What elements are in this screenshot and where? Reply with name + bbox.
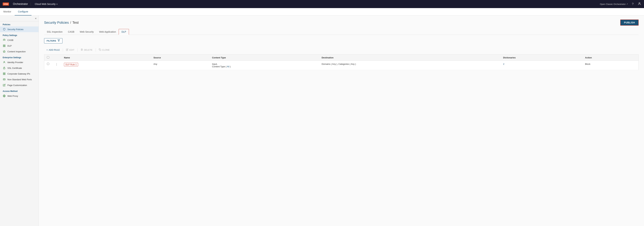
open-classic-link[interactable]: Open Classic Orchestrator ↗ (600, 3, 628, 6)
user-button[interactable] (638, 2, 641, 6)
delete-icon (81, 48, 83, 51)
content-inspection-icon (3, 50, 6, 53)
tab-web-application[interactable]: Web Application (96, 29, 119, 35)
breadcrumb-current: Test (72, 21, 78, 24)
tab-configure[interactable]: Configure (15, 8, 32, 16)
content-header: Security Policies / Test PUBLISH (44, 20, 638, 26)
edit-icon (66, 48, 68, 51)
sidebar-item-content-inspection[interactable]: Content Inspection (0, 49, 38, 54)
product-name-label: Cloud Web Security (35, 3, 56, 6)
delete-label: DELETE (84, 49, 92, 51)
sidebar-item-corporate-gateway-ips[interactable]: Corporate Gateway IPs (0, 71, 38, 76)
edit-label: EDIT (69, 49, 74, 51)
sidebar-item-web-proxy[interactable]: Web Proxy (0, 93, 38, 99)
non-standard-web-ports-icon (3, 78, 6, 81)
clone-icon (99, 48, 101, 51)
toolbar-separator-1 (63, 48, 63, 52)
product-name-button[interactable]: Cloud Web Security ▾ (35, 3, 58, 6)
row-destination-cell: Domains ( Any ), Categories ( Any ) (319, 61, 500, 70)
add-rule-button[interactable]: + ADD RULE (44, 48, 62, 52)
sidebar-item-page-customization[interactable]: Page Customization (0, 82, 38, 88)
rule-name-link[interactable]: DLP Rule 1 (64, 63, 78, 66)
row-dots-cell: ⋮ (52, 61, 61, 70)
sidebar-item-label: Non-Standard Web Ports (8, 78, 32, 81)
content-type-all-link[interactable]: All (227, 65, 229, 68)
top-nav: vmw Orchestrator Cloud Web Security ▾ Op… (0, 0, 644, 8)
row-action-cell: Block (582, 61, 638, 70)
add-rule-label: ADD RULE (49, 49, 60, 51)
header-dots-col (52, 54, 61, 61)
tab-ssl-inspection[interactable]: SSL Inspection (44, 29, 65, 35)
page-customization-icon (3, 84, 6, 87)
breadcrumb: Security Policies / Test (44, 21, 78, 24)
filters-bar: FILTERS (44, 38, 638, 44)
secondary-nav: Monitor Configure (0, 8, 644, 16)
toolbar-separator-3 (96, 48, 96, 52)
rules-table: Name Source Content Type Destination Dic… (44, 54, 638, 70)
header-name: Name (61, 54, 151, 61)
publish-button[interactable]: PUBLISH (620, 20, 638, 26)
table-row: ⋮ DLP Rule 1 Any Input,Content Type ( Al… (44, 61, 638, 70)
help-button[interactable]: ? (632, 2, 634, 6)
content-area: Security Policies / Test PUBLISH SSL Ins… (39, 16, 644, 226)
svg-rect-5 (4, 46, 5, 47)
row-checkbox-cell (44, 61, 52, 70)
sidebar-item-label: SSL Certificate (8, 67, 22, 69)
svg-rect-13 (3, 79, 5, 80)
corporate-gateway-ips-icon (3, 72, 6, 75)
sidebar-item-label: Page Customization (8, 84, 27, 86)
tab-web-security[interactable]: Web Security (77, 29, 96, 35)
sidebar-item-label: Identity Provider (8, 61, 23, 64)
svg-point-0 (639, 2, 640, 4)
sidebar-item-non-standard-web-ports[interactable]: Non-Standard Web Ports (0, 76, 38, 82)
clone-button[interactable]: CLONE (96, 48, 112, 52)
collapse-sidebar-button[interactable]: « (35, 17, 36, 20)
svg-rect-4 (3, 46, 4, 47)
policy-tabs: SSL Inspection CASB Web Security Web App… (44, 29, 638, 35)
dlp-icon (3, 44, 6, 47)
external-link-icon: ↗ (626, 3, 628, 5)
sidebar-item-label: Corporate Gateway IPs (8, 72, 30, 75)
sidebar-section-policy-settings: Policy Settings (0, 32, 38, 37)
ssl-certificate-icon (3, 66, 6, 70)
row-name-cell: DLP Rule 1 (61, 61, 151, 70)
sidebar-section-policies: Policies (0, 21, 38, 26)
row-checkbox[interactable] (47, 63, 49, 65)
tab-casb[interactable]: CASB (65, 29, 77, 35)
svg-point-1 (4, 40, 4, 40)
sidebar-header: « (0, 16, 38, 21)
dictionaries-link[interactable]: 2 (503, 63, 504, 65)
sidebar-item-dlp[interactable]: DLP (0, 43, 38, 49)
edit-button[interactable]: EDIT (64, 48, 77, 52)
sidebar-item-casb[interactable]: CASB (0, 37, 38, 43)
sidebar-item-label: Web Proxy (8, 95, 18, 97)
sidebar-item-label: Security Policies (8, 28, 24, 31)
header-content-type: Content Type (210, 54, 319, 61)
top-nav-right: Open Classic Orchestrator ↗ ? (600, 2, 641, 6)
sidebar-item-identity-provider[interactable]: Identity Provider (0, 60, 38, 65)
svg-rect-3 (4, 45, 5, 46)
row-content-type-cell: Input,Content Type ( All ) (210, 61, 319, 70)
row-context-menu-button[interactable]: ⋮ (54, 62, 58, 66)
breadcrumb-parent-link[interactable]: Security Policies (44, 21, 69, 24)
filter-icon (58, 40, 60, 42)
svg-marker-17 (58, 40, 60, 42)
tab-monitor[interactable]: Monitor (0, 8, 15, 16)
select-all-checkbox[interactable] (47, 56, 49, 58)
header-checkbox-col (44, 54, 52, 61)
header-source: Source (151, 54, 210, 61)
row-dictionaries-cell: 2 (500, 61, 582, 70)
filters-button[interactable]: FILTERS (44, 38, 62, 44)
tab-dlp[interactable]: DLP (119, 29, 129, 35)
sidebar-item-label: Content Inspection (8, 50, 26, 53)
sidebar-section-enterprise-settings: Enterprise Settings (0, 54, 38, 60)
sidebar-item-ssl-certificate[interactable]: SSL Certificate (0, 65, 38, 71)
sidebar-item-security-policies[interactable]: Security Policies (0, 26, 38, 32)
sidebar-item-label: DLP (8, 44, 12, 47)
svg-rect-2 (3, 45, 4, 46)
vmw-logo-mark: vmw (3, 2, 9, 6)
svg-rect-10 (4, 73, 5, 74)
delete-button[interactable]: DELETE (78, 48, 95, 52)
svg-rect-11 (3, 74, 4, 75)
open-classic-label: Open Classic Orchestrator (600, 3, 626, 6)
